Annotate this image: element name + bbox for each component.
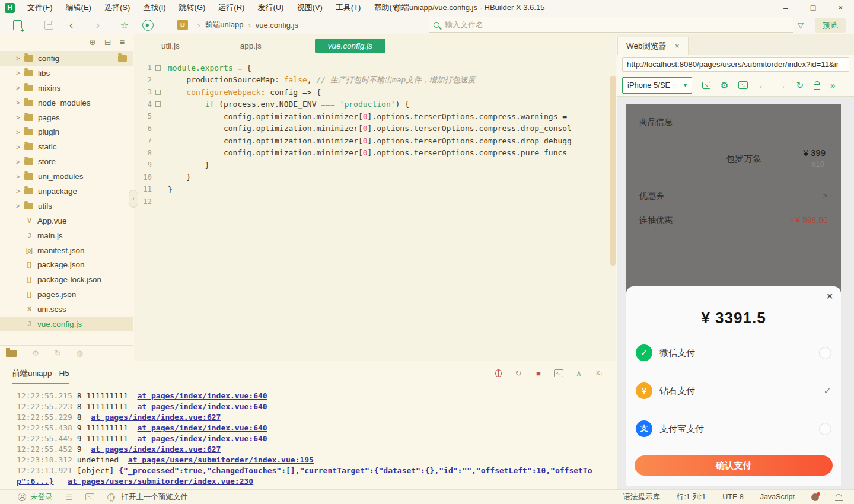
editor-tab[interactable]: util.js [154,39,187,53]
log-link[interactable]: at pages/index/index.vue:640 [138,402,267,411]
browser-tab[interactable]: Web浏览器 × [617,37,689,55]
selected-check-icon[interactable]: ✓ [824,385,831,397]
tree-item[interactable]: >mixins [0,81,133,95]
encoding[interactable]: UTF-8 [722,493,743,501]
open-previous-preview[interactable]: 打开上一个预览文件 [121,492,188,502]
refresh-icon[interactable]: ↻ [796,80,804,91]
code-lines[interactable]: 1−module.exports = {2 productionSourceMa… [134,62,609,208]
filter-funnel-icon[interactable]: ▽ [798,21,804,30]
browser-tab-close-icon[interactable]: × [675,42,680,50]
radio-unselected[interactable] [819,423,831,435]
menu-item[interactable]: 运行(R) [212,0,251,15]
star-icon[interactable]: ☆ [116,20,133,31]
url-input[interactable]: http://localhost:8080/pages/users/submit… [622,57,849,72]
tree-item[interactable]: >utils [0,199,133,213]
bell-icon[interactable] [836,494,842,500]
fold-marker-icon[interactable]: − [152,90,164,95]
menu-item[interactable]: 跳转(G) [173,0,212,15]
locate-file-icon[interactable]: ⊕ [89,37,96,47]
radio-unselected[interactable] [819,347,831,359]
log-link[interactable]: at pages/index/index.vue:627 [91,445,221,454]
file-search-input[interactable]: 输入文件名 [429,17,793,33]
log-link[interactable]: at pages/users/submitorder/index.vue:230 [68,477,253,486]
minimize-button[interactable]: – [772,0,799,15]
debug-icon[interactable] [495,369,502,377]
clear-console-icon[interactable]: X↓ [594,368,604,378]
new-file-icon[interactable] [13,20,22,30]
tree-item[interactable]: Jvue.config.js [0,317,133,331]
cursor-position[interactable]: 行:1 列:1 [677,492,706,502]
account-icon[interactable] [18,493,26,501]
tree-item[interactable]: >plugin [0,125,133,139]
log-link[interactable]: at pages/index/index.vue:640 [138,434,267,443]
log-link[interactable]: at pages/index/index.vue:640 [138,423,267,432]
tree-item[interactable]: Jmain.js [0,228,133,243]
menu-item[interactable]: 编辑(E) [59,0,98,15]
open-external-icon[interactable]: ↘ [702,82,710,89]
tree-item[interactable]: >node_modules [0,95,133,110]
status-terminal-icon[interactable]: >_ [85,493,94,500]
web-tab-icon[interactable]: ◍ [77,349,83,358]
tree-item[interactable]: >libs [0,66,133,81]
menu-item[interactable]: 选择(S) [98,0,136,15]
console-tab[interactable]: 前端uniapp - H5 [12,368,69,384]
breadcrumb-file[interactable]: vue.config.js [256,21,298,30]
close-button[interactable]: × [827,0,854,15]
menu-item[interactable]: 工具(T) [329,0,368,15]
menu-item[interactable]: 文件(F) [21,0,59,15]
save-icon[interactable] [44,21,53,30]
nav-forward-icon[interactable]: → [777,80,786,90]
explorer-menu-icon[interactable]: ≡ [120,37,125,47]
status-globe-icon[interactable] [107,493,115,501]
outline-list-icon[interactable]: ☰ [66,493,73,502]
syntax-library[interactable]: 语法提示库 [623,492,660,502]
log-link[interactable]: at pages/users/submitorder/index.vue:195 [128,455,314,464]
editor-tab[interactable]: app.js [233,39,269,53]
tree-item[interactable]: >static [0,139,133,154]
preview-button[interactable]: 预览 [815,18,846,33]
menu-item[interactable]: 发行(U) [251,0,290,15]
devtools-icon[interactable]: >_ [738,81,748,89]
tree-item[interactable]: [ ]package.json [0,257,133,272]
gear-icon[interactable]: ⚙ [721,80,728,91]
editor-scrollbar[interactable] [610,76,616,266]
stop-icon[interactable]: ■ [534,368,543,378]
forward-icon[interactable]: › [89,18,107,31]
sidebar-collapse-handle[interactable]: ‹ [129,190,138,208]
collapse-console-icon[interactable]: ∧ [574,368,584,378]
tree-item[interactable]: >config [0,51,133,66]
modal-close-icon[interactable]: × [826,289,833,303]
tree-item[interactable]: >store [0,154,133,169]
terminal-icon[interactable]: >_ [554,369,563,377]
files-tab-icon[interactable] [6,350,17,357]
debug-tab-icon[interactable]: ⚙ [32,349,39,358]
maximize-button[interactable]: □ [799,0,827,15]
confirm-pay-button[interactable]: 确认支付 [635,455,833,476]
breadcrumb-project[interactable]: 前端uniapp [205,20,243,30]
log-link[interactable]: at pages/index/index.vue:627 [91,413,221,422]
fold-marker-icon[interactable]: − [152,65,164,71]
lock-icon[interactable] [814,84,820,90]
menu-item[interactable]: 查找(I) [136,0,172,15]
fold-marker-icon[interactable]: − [152,101,164,107]
payment-option[interactable]: ¥钻石支付✓ [626,372,841,410]
restart-icon[interactable]: ↻ [514,368,523,378]
log-link[interactable]: at pages/index/index.vue:640 [138,391,267,400]
collapse-all-icon[interactable]: ⊟ [104,37,111,47]
editor-tab[interactable]: vue.config.js [315,39,385,53]
tree-item[interactable]: >uni_modules [0,169,133,184]
coupon-row[interactable]: 优惠券 > [639,191,828,202]
notification-badge-icon[interactable] [811,493,819,501]
tree-item[interactable]: VApp.vue [0,213,133,228]
more-icon[interactable]: » [830,80,835,90]
device-select[interactable]: iPhone 5/SE ▾ [622,77,692,94]
back-icon[interactable]: ‹ [62,18,80,31]
locate-folder-icon[interactable] [118,55,127,62]
menu-item[interactable]: 视图(V) [290,0,329,15]
tree-item[interactable]: [ ]package-lock.json [0,272,133,287]
run-icon[interactable]: ▶ [142,20,154,31]
tree-item[interactable]: Suni.scss [0,302,133,317]
login-status[interactable]: 未登录 [30,492,53,502]
nav-back-icon[interactable]: ← [758,80,767,90]
tree-item[interactable]: >pages [0,110,133,125]
